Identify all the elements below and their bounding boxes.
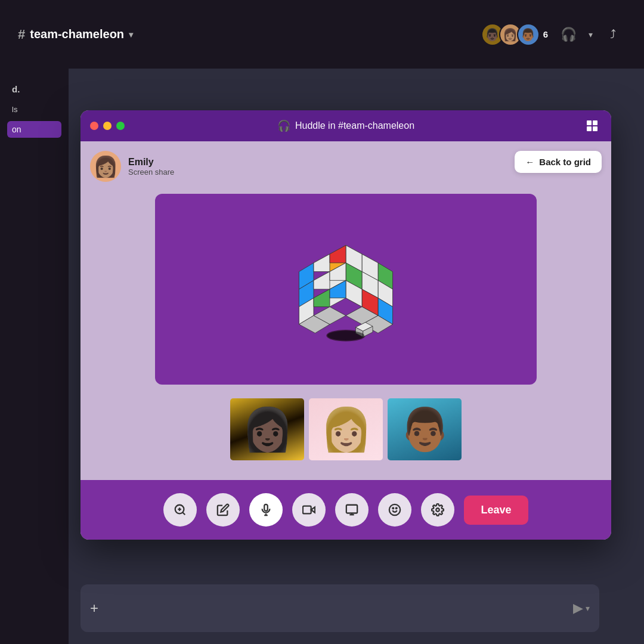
presenter-info: 👩🏽 Emily Screen share [90,151,174,182]
leave-label: Leave [481,504,511,516]
minimize-button[interactable] [103,122,112,130]
presenter-avatar: 👩🏽 [90,151,121,182]
svg-rect-0 [587,120,592,125]
huddle-title: 🎧 Huddle in #team-chameleon [277,119,414,132]
left-sidebar: d. ls on [0,69,69,644]
headphones-icon: 🎧 [277,119,290,132]
channel-dropdown-icon[interactable]: ▾ [129,30,133,39]
add-attachment-button[interactable]: + [90,600,98,617]
traffic-lights [90,122,125,130]
svg-rect-1 [593,120,597,125]
huddle-window: 🎧 Huddle in #team-chameleon 👩🏽 Emily [80,110,611,540]
svg-point-55 [436,508,440,512]
zoom-button[interactable] [163,493,197,527]
presenter-details: Emily Screen share [128,157,174,177]
svg-rect-3 [593,126,597,131]
svg-marker-29 [330,245,346,262]
sidebar-item-active[interactable]: on [7,121,61,138]
huddle-titlebar: 🎧 Huddle in #team-chameleon [80,110,611,141]
member-avatars: 👨🏿 👩🏽 👨🏾 6 [481,23,548,46]
close-button[interactable] [90,122,98,130]
svg-point-39 [327,331,364,340]
share-button[interactable]: ⤴ [600,21,626,48]
maximize-button[interactable] [116,122,125,130]
svg-marker-26 [314,254,330,271]
svg-line-41 [183,512,185,515]
rubiks-cube-display [286,230,405,349]
huddle-controls: Leave [80,480,611,540]
send-area: ▶ ▾ [573,600,590,616]
channel-name-area: # team-chameleon ▾ [18,27,133,42]
svg-point-53 [393,507,394,509]
headset-button[interactable]: 🎧 [555,21,581,48]
screen-share-button[interactable] [335,493,369,527]
screen-share-area [155,194,537,385]
chevron-icon[interactable]: ▾ [589,30,593,39]
send-icon[interactable]: ▶ [573,600,583,616]
participant-thumb-3: 👨🏾 [386,397,463,462]
member-count: 6 [543,29,548,39]
settings-button[interactable] [421,493,454,527]
sidebar-workspace-label: d. [7,80,61,98]
svg-rect-49 [346,505,357,513]
svg-rect-48 [303,506,311,514]
sidebar-item-1[interactable]: ls [7,103,61,116]
emoji-button[interactable] [378,493,411,527]
leave-button[interactable]: Leave [464,496,528,525]
edit-button[interactable] [206,493,240,527]
svg-rect-2 [587,126,592,131]
grid-icon[interactable] [583,116,602,135]
svg-rect-44 [265,504,268,511]
participant-thumb-2: 👩🏼 [307,397,385,462]
back-to-grid-label: Back to grid [539,157,591,167]
message-input-area: + ▶ ▾ [80,584,599,632]
presenter-name: Emily [128,157,174,168]
microphone-button[interactable] [249,493,283,527]
huddle-title-text: Huddle in #team-chameleon [295,120,414,131]
svg-point-52 [389,504,400,515]
grid-toggle-button[interactable] [583,116,602,135]
huddle-content: 👩🏽 Emily Screen share ← Back to grid [80,141,611,480]
rubiks-cube-svg [292,236,400,343]
presenter-status: Screen share [128,168,174,177]
send-dropdown-icon[interactable]: ▾ [586,603,590,613]
avatar-3: 👨🏾 [517,23,540,46]
back-to-grid-button[interactable]: ← Back to grid [515,151,602,173]
channel-name: team-chameleon [30,27,124,41]
svg-marker-28 [314,289,330,306]
participant-thumb-1: 👩🏿 [228,397,306,462]
back-arrow-icon: ← [525,157,534,167]
hash-icon: # [18,27,25,42]
top-bar-right: 👨🏿 👩🏽 👨🏾 6 🎧 ▾ ⤴ [481,21,626,48]
svg-marker-27 [314,272,330,289]
participants-row: 👩🏿 👩🏼 👨🏾 [228,397,463,462]
svg-point-54 [396,507,397,509]
top-bar: # team-chameleon ▾ 👨🏿 👩🏽 👨🏾 6 🎧 ▾ ⤴ [0,0,644,69]
video-button[interactable] [292,493,326,527]
